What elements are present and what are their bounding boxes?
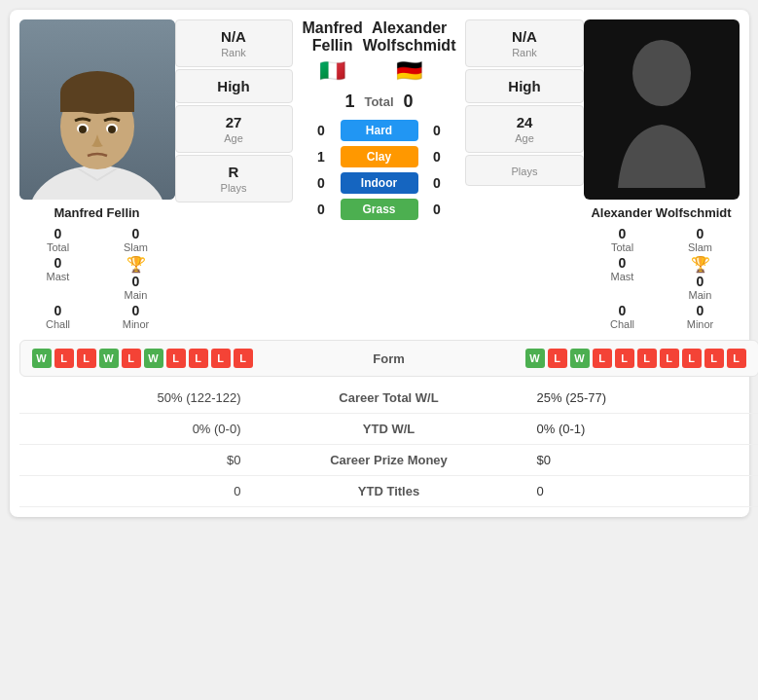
surface-row-indoor: 0 Indoor 0 xyxy=(298,172,461,194)
surface-btn-clay[interactable]: Clay xyxy=(341,146,418,167)
surface-btn-hard[interactable]: Hard xyxy=(341,120,418,141)
form-badge-right-8: L xyxy=(704,349,724,368)
left-total-cell: 0 Total xyxy=(24,226,92,253)
trophy-icon-left: 🏆 xyxy=(126,255,146,274)
form-badge-left-0: W xyxy=(32,349,52,368)
form-section: W L L W L W L L L L Form W L W L L L L xyxy=(19,340,759,377)
titles-label: YTD Titles xyxy=(253,476,525,507)
career-wl-label: Career Total W/L xyxy=(253,383,525,414)
right-form-badges: W L W L L L L L L L xyxy=(525,349,746,368)
svg-point-10 xyxy=(632,40,691,106)
total-label: Total xyxy=(364,94,393,109)
titles-left: 0 xyxy=(19,476,253,507)
form-badge-left-5: W xyxy=(144,349,163,368)
stats-row-career: 50% (122-122) Career Total W/L 25% (25-7… xyxy=(19,383,759,414)
left-form-badges: W L L W L W L L L L xyxy=(32,349,253,368)
surface-btn-indoor[interactable]: Indoor xyxy=(341,172,418,194)
stats-row-ytd: 0% (0-0) YTD W/L 0% (0-1) xyxy=(19,414,759,445)
trophy-icon-right: 🏆 xyxy=(691,255,710,274)
surface-row-grass: 0 Grass 0 xyxy=(298,199,461,220)
right-total-cell: 0 Total xyxy=(589,226,657,253)
player-right-silhouette xyxy=(598,32,725,188)
right-trophy-cell: 🏆 0 Main xyxy=(667,255,735,301)
form-badge-right-2: W xyxy=(570,349,590,368)
left-flag: 🇮🇹 xyxy=(303,58,363,84)
right-flag: 🇩🇪 xyxy=(363,58,456,84)
player-right: Alexander Wolfschmidt 0 Total 0 Slam 0 M… xyxy=(584,19,740,330)
player-left: Manfred Fellin 0 Total 0 Slam 0 Mast 🏆 0 xyxy=(19,19,175,330)
player-left-stats: 0 Total 0 Slam 0 Mast 🏆 0 Main 0 xyxy=(19,226,175,330)
main-card: Manfred Fellin 0 Total 0 Slam 0 Mast 🏆 0 xyxy=(10,10,749,517)
left-age-box: 27 Age xyxy=(175,105,293,153)
left-trophy-cell: 🏆 0 Main xyxy=(102,255,170,301)
left-chall-cell: 0 Chall xyxy=(24,303,92,330)
form-badge-right-1: L xyxy=(548,349,567,368)
right-minor-cell: 0 Minor xyxy=(667,303,735,330)
total-score-right: 0 xyxy=(404,92,414,112)
form-badge-right-6: L xyxy=(660,349,679,368)
right-mast-cell: 0 Mast xyxy=(589,255,657,301)
total-row: 1 Total 0 xyxy=(344,92,413,112)
player-left-image xyxy=(19,19,175,200)
left-stats-panel: N/A Rank High 27 Age R Plays xyxy=(175,19,293,203)
center-column: ManfredFellin 🇮🇹 AlexanderWolfschmidt 🇩🇪… xyxy=(293,19,466,220)
form-badge-left-3: W xyxy=(99,349,119,368)
form-badge-left-9: L xyxy=(234,349,253,368)
form-badge-left-6: L xyxy=(166,349,186,368)
prize-right: $0 xyxy=(525,445,759,476)
left-minor-cell: 0 Minor xyxy=(102,303,170,330)
prize-left: $0 xyxy=(19,445,253,476)
right-age-box: 24 Age xyxy=(465,105,583,153)
ytd-wl-label: YTD W/L xyxy=(253,414,525,445)
left-player-header: ManfredFellin 🇮🇹 xyxy=(303,19,363,84)
left-high-box: High xyxy=(175,69,293,103)
right-player-header: AlexanderWolfschmidt 🇩🇪 xyxy=(363,19,456,84)
form-badge-right-9: L xyxy=(727,349,746,368)
surface-btn-grass[interactable]: Grass xyxy=(341,199,418,220)
right-stats-panel: N/A Rank High 24 Age Plays xyxy=(465,19,583,186)
left-player-name-top: ManfredFellin xyxy=(303,19,363,55)
player-left-name: Manfred Fellin xyxy=(54,205,139,220)
form-badge-left-4: L xyxy=(122,349,141,368)
titles-right: 0 xyxy=(525,476,759,507)
stats-row-titles: 0 YTD Titles 0 xyxy=(19,476,759,507)
form-badge-left-1: L xyxy=(54,349,74,368)
left-rank-box: N/A Rank xyxy=(175,19,293,67)
player-right-stats: 0 Total 0 Slam 0 Mast 🏆 0 Main 0 xyxy=(584,226,740,330)
form-badge-right-4: L xyxy=(615,349,634,368)
left-slam-cell: 0 Slam xyxy=(102,226,170,253)
form-badge-right-5: L xyxy=(637,349,657,368)
total-score-left: 1 xyxy=(344,92,354,112)
stats-row-prize: $0 Career Prize Money $0 xyxy=(19,445,759,476)
right-player-name-top: AlexanderWolfschmidt xyxy=(363,19,456,55)
surface-rows: 0 Hard 0 1 Clay 0 0 Indoor 0 0 Grass xyxy=(298,120,461,220)
surface-row-hard: 0 Hard 0 xyxy=(298,120,461,141)
form-center-label: Form xyxy=(253,351,525,366)
form-badge-right-7: L xyxy=(682,349,702,368)
svg-rect-5 xyxy=(60,92,134,112)
right-rank-box: N/A Rank xyxy=(465,19,583,67)
form-badge-right-3: L xyxy=(593,349,612,368)
right-plays-box: Plays xyxy=(465,155,583,186)
form-section-inner: W L L W L W L L L L Form W L W L L L L xyxy=(32,349,746,368)
form-badge-right-0: W xyxy=(525,349,545,368)
left-plays-box: R Plays xyxy=(175,155,293,203)
career-wl-left: 50% (122-122) xyxy=(19,383,253,414)
players-header: ManfredFellin 🇮🇹 AlexanderWolfschmidt 🇩🇪 xyxy=(298,19,461,84)
top-section: Manfred Fellin 0 Total 0 Slam 0 Mast 🏆 0 xyxy=(19,19,740,330)
stats-table: 50% (122-122) Career Total W/L 25% (25-7… xyxy=(19,383,759,507)
ytd-wl-left: 0% (0-0) xyxy=(19,414,253,445)
player-right-photo xyxy=(584,19,740,200)
form-badge-left-8: L xyxy=(211,349,231,368)
player-left-photo xyxy=(19,19,175,200)
right-high-box: High xyxy=(465,69,583,103)
form-badge-left-2: L xyxy=(77,349,96,368)
right-chall-cell: 0 Chall xyxy=(589,303,657,330)
player-right-name: Alexander Wolfschmidt xyxy=(591,205,731,220)
surface-row-clay: 1 Clay 0 xyxy=(298,146,461,167)
form-badge-left-7: L xyxy=(189,349,208,368)
svg-point-9 xyxy=(108,126,116,133)
right-slam-cell: 0 Slam xyxy=(667,226,735,253)
left-mast-cell: 0 Mast xyxy=(24,255,92,301)
ytd-wl-right: 0% (0-1) xyxy=(525,414,759,445)
